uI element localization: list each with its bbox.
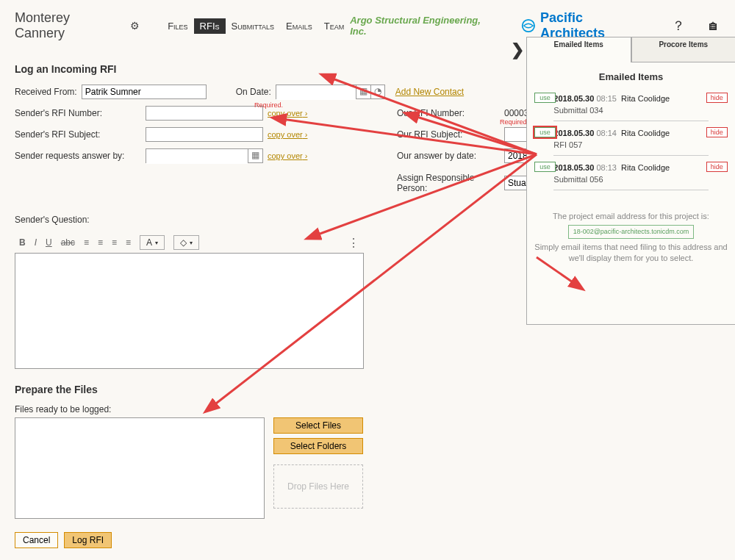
editor-more-icon[interactable]: ⋮ — [348, 236, 359, 250]
required-our-subject: Required. — [500, 118, 528, 126]
label-files-ready: Files ready to be logged: — [15, 404, 111, 414]
align-center-icon[interactable]: ≡ — [98, 237, 103, 248]
project-email-info: The project email address for this proje… — [534, 211, 728, 265]
calendar-icon[interactable]: ▦ — [356, 85, 370, 98]
label-assign-responsible: Assign Responsible Person: — [397, 173, 500, 193]
label-our-rfi-number: Our RFI Number: — [397, 108, 500, 118]
log-rfi-button[interactable]: Log RFI — [64, 532, 112, 548]
question-editor[interactable] — [15, 253, 364, 369]
gear-icon[interactable]: ⚙ — [130, 20, 140, 32]
sender-answer-by-input[interactable] — [146, 149, 248, 164]
calendar-icon-2[interactable]: ▦ — [248, 149, 262, 162]
nav-emails[interactable]: Emails — [280, 18, 318, 34]
underline-button[interactable]: U — [46, 237, 52, 248]
label-our-answer-by: Our answer by date: — [397, 151, 500, 161]
bold-button[interactable]: B — [19, 237, 26, 248]
label-senders-rfi-number: Sender's RFI Number: — [15, 108, 141, 118]
emailed-items-panel: ❯ Emailed Items Procore Items Emailed It… — [526, 37, 735, 325]
label-on-date: On Date: — [236, 87, 271, 97]
hide-button[interactable]: hide — [706, 162, 728, 172]
nav-rfis[interactable]: RFIs — [194, 18, 226, 34]
panel-title: Emailed Items — [534, 71, 728, 82]
email-subject: Submittal 034 — [553, 106, 708, 115]
required-on-date: Required. — [254, 101, 283, 109]
tab-procore-items[interactable]: Procore Items — [631, 37, 736, 62]
strike-button[interactable]: abc — [61, 237, 75, 248]
collapse-panel-icon[interactable]: ❯ — [511, 40, 524, 60]
files-ready-box — [15, 417, 265, 519]
senders-rfi-number-input[interactable] — [146, 106, 263, 121]
nav-team[interactable]: Team — [318, 18, 350, 34]
home-icon[interactable]: 🏠︎ — [707, 18, 720, 34]
email-item: use hide 2018.05.30 08:13 Rita Coolidge … — [553, 159, 708, 190]
hide-button[interactable]: hide — [706, 127, 728, 137]
help-icon[interactable]: ？ — [672, 17, 685, 35]
use-button[interactable]: use — [534, 162, 556, 172]
nav-bar: Files RFIs Submittals Emails Team — [162, 18, 350, 34]
our-rfi-number-value: 00003 — [504, 108, 528, 118]
use-button[interactable]: use — [534, 127, 556, 137]
nav-files[interactable]: Files — [162, 18, 193, 34]
prepare-files-title: Prepare the Files — [15, 384, 720, 395]
email-item: use hide 2018.05.30 08:15 Rita Coolidge … — [553, 90, 708, 121]
italic-button[interactable]: I — [35, 237, 37, 248]
align-left-icon[interactable]: ≡ — [84, 237, 89, 248]
align-justify-icon[interactable]: ≡ — [126, 237, 131, 248]
highlight-picker[interactable]: ◇ ▾ — [173, 235, 199, 250]
clock-icon[interactable]: ◔ — [370, 85, 384, 98]
project-email-address: 18-002@pacific-architects.tonicdm.com — [568, 225, 695, 239]
on-date-input[interactable] — [276, 85, 356, 100]
copy-over-subject[interactable]: copy over › — [268, 130, 307, 139]
nav-submittals[interactable]: Submittals — [226, 18, 281, 34]
project-title: Monterey Cannery — [15, 10, 123, 41]
senders-rfi-subject-input[interactable] — [146, 127, 263, 142]
received-from-input[interactable] — [82, 85, 207, 99]
select-folders-button[interactable]: Select Folders — [273, 438, 363, 454]
editor-toolbar: B I U abc ≡ ≡ ≡ ≡ A ▾ ◇ ▾ ⋮ — [15, 232, 364, 253]
use-button[interactable]: use — [534, 93, 556, 103]
label-sender-answer-by: Sender requests answer by: — [15, 151, 141, 161]
add-contact-link[interactable]: Add New Contact — [395, 87, 464, 97]
label-senders-question: Sender's Question: — [15, 215, 90, 225]
drop-files-zone[interactable]: Drop Files Here — [273, 464, 363, 509]
email-item: use hide 2018.05.30 08:14 Rita Coolidge … — [553, 124, 708, 156]
tab-emailed-items[interactable]: Emailed Items — [527, 37, 631, 62]
align-right-icon[interactable]: ≡ — [112, 237, 117, 248]
select-files-button[interactable]: Select Files — [273, 417, 363, 434]
cancel-button[interactable]: Cancel — [15, 532, 58, 548]
label-received-from: Received From: — [15, 87, 77, 97]
copy-over-number[interactable]: copy over › — [268, 109, 307, 118]
email-subject: Submittal 056 — [553, 175, 708, 184]
consultant-name: Argo Structural Engineering, Inc. — [350, 15, 498, 37]
label-senders-rfi-subject: Sender's RFI Subject: — [15, 129, 141, 140]
hide-button[interactable]: hide — [706, 93, 728, 103]
email-subject: RFI 057 — [553, 140, 708, 149]
font-color-picker[interactable]: A ▾ — [140, 235, 165, 250]
label-our-rfi-subject: Our RFI Subject: — [397, 129, 500, 140]
copy-over-date[interactable]: copy over › — [268, 151, 307, 160]
swirl-icon — [520, 18, 537, 34]
